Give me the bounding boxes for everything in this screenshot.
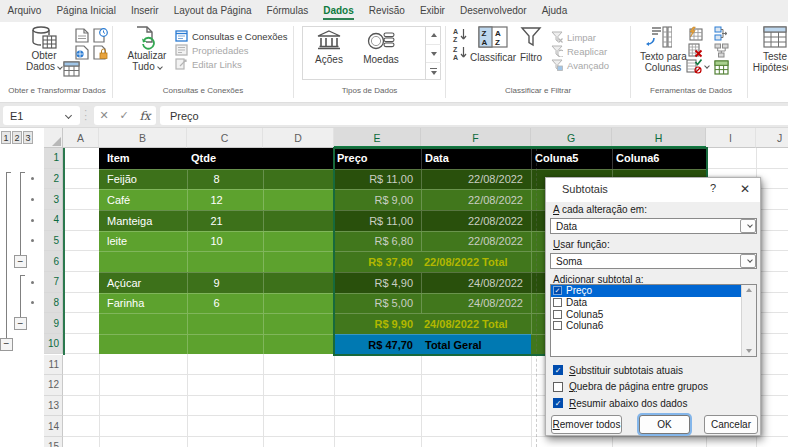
conexoes-existentes-button[interactable]: [75, 45, 91, 60]
tab-arquivo[interactable]: Arquivo: [0, 0, 49, 22]
row-header-11[interactable]: 11: [44, 355, 63, 376]
moedas-button[interactable]: Moedas: [358, 30, 404, 87]
remover-todos-button[interactable]: Remover todos: [551, 415, 622, 434]
acoes-button[interactable]: Ações: [307, 30, 351, 87]
cell-D5[interactable]: [263, 231, 334, 252]
row-header-8[interactable]: 8: [44, 293, 63, 314]
dialog-checkbox-2[interactable]: ✓Resumir abaixo dos dados: [553, 397, 687, 409]
row-header-2[interactable]: 2: [44, 169, 63, 190]
subtotal-list-item-coluna5[interactable]: Coluna5: [551, 308, 756, 320]
col-header-I[interactable]: I: [706, 128, 756, 148]
field2-combo[interactable]: Soma: [550, 253, 757, 269]
cell-C9[interactable]: [187, 313, 263, 334]
row-header-5[interactable]: 5: [44, 231, 63, 252]
select-all-corner[interactable]: [44, 128, 63, 148]
subtotal-list-item-preço[interactable]: ✓Preço: [551, 285, 741, 297]
cell-C2[interactable]: 8: [187, 169, 263, 190]
row-header-7[interactable]: 7: [44, 272, 63, 293]
enter-icon[interactable]: ✓: [119, 109, 128, 122]
cell-C1[interactable]: Qtde: [187, 148, 263, 169]
gerenciar-modelo-button[interactable]: [714, 60, 730, 75]
dialog-checkbox-1[interactable]: Quebra de página entre grupos: [553, 381, 708, 393]
cell-B7[interactable]: Açúcar: [99, 272, 187, 293]
field1-combo[interactable]: Data: [550, 218, 757, 234]
gallery-more-button[interactable]: [426, 62, 441, 80]
row-header-13[interactable]: 13: [44, 396, 63, 417]
classificar-az-button[interactable]: AZ: [452, 27, 468, 42]
gallery-down-button[interactable]: [426, 44, 441, 62]
tab-exibir[interactable]: Exibir: [412, 0, 452, 22]
tab-layout-da-p-gina[interactable]: Layout da Página: [166, 0, 259, 22]
teste-hipoteses-button[interactable]: Teste Hipóteses: [750, 25, 788, 82]
tab-revis-o[interactable]: Revisão: [361, 0, 412, 22]
cell-B5[interactable]: leite: [99, 231, 187, 252]
row-header-4[interactable]: 4: [44, 210, 63, 231]
propriedades-button[interactable]: Propriedades: [175, 43, 249, 57]
cell-C7[interactable]: 9: [187, 272, 263, 293]
cell-B4[interactable]: Manteiga: [99, 210, 187, 231]
col-header-E[interactable]: E: [334, 128, 421, 148]
ok-button[interactable]: OK: [639, 415, 690, 434]
classificar-button[interactable]: ZA AZ Classificar: [470, 25, 516, 82]
cell-B2[interactable]: Feijão: [99, 169, 187, 190]
col-header-C[interactable]: C: [187, 128, 263, 148]
fontes-recentes-button[interactable]: [93, 28, 109, 43]
cell-B1[interactable]: Item: [99, 148, 187, 169]
row-header-10[interactable]: 10: [44, 334, 63, 355]
filtro-button[interactable]: Filtro: [513, 25, 549, 82]
row-header-12[interactable]: 12: [44, 375, 63, 396]
outline-level-3-button[interactable]: 3: [23, 131, 33, 144]
formula-input[interactable]: Preço: [160, 106, 788, 125]
col-header-H[interactable]: H: [612, 128, 706, 148]
de-tabela-button[interactable]: [63, 61, 81, 78]
atualizar-tudo-button[interactable]: Atualizar Tudo: [124, 25, 170, 82]
tab-f-rmulas[interactable]: Fórmulas: [259, 0, 316, 22]
fonte-dados-button[interactable]: [93, 45, 109, 60]
cell-C5[interactable]: 10: [187, 231, 263, 252]
cell-C4[interactable]: 21: [187, 210, 263, 231]
close-icon[interactable]: ✕: [737, 182, 753, 198]
subtotal-list-item-data[interactable]: Data: [551, 297, 756, 309]
row-header-14[interactable]: 14: [44, 416, 63, 437]
outline-level-2-button[interactable]: 2: [12, 131, 22, 144]
row-header-9[interactable]: 9: [44, 313, 63, 334]
limpar-button[interactable]: Limpar: [551, 30, 596, 44]
relacoes-button[interactable]: [714, 43, 730, 58]
consultas-conexoes-button[interactable]: Consultas e Conexões: [175, 29, 288, 43]
cancelar-button[interactable]: Cancelar: [704, 415, 758, 434]
fx-icon[interactable]: fx: [139, 109, 150, 123]
avancado-button[interactable]: Avançado: [551, 58, 609, 72]
cell-D6[interactable]: [263, 251, 334, 272]
obter-dados-button[interactable]: Obter Dados: [22, 25, 66, 82]
col-header-A[interactable]: A: [63, 128, 99, 148]
cell-B8[interactable]: Farinha: [99, 293, 187, 314]
row-header-15[interactable]: 15: [44, 437, 63, 447]
dialog-checkbox-0[interactable]: ✓Substituir subtotais atuais: [553, 364, 683, 376]
col-header-B[interactable]: B: [99, 128, 187, 148]
cell-D3[interactable]: [263, 189, 334, 210]
gallery-up-button[interactable]: [426, 26, 441, 44]
cell-D7[interactable]: [263, 272, 334, 293]
collapse-group-button[interactable]: −: [14, 317, 27, 330]
name-box[interactable]: E1: [3, 106, 80, 125]
collapse-group-button[interactable]: −: [0, 338, 13, 351]
outline-level-1-button[interactable]: 1: [1, 131, 11, 144]
reaplicar-button[interactable]: Reaplicar: [551, 44, 607, 58]
texto-colunas-button[interactable]: Texto para Colunas: [640, 25, 686, 82]
nova-consulta-texto-button[interactable]: [75, 28, 91, 43]
collapse-group-button[interactable]: −: [14, 255, 27, 268]
listbox-scrollbar[interactable]: [741, 285, 756, 356]
col-header-D[interactable]: D: [263, 128, 334, 148]
tab-dados[interactable]: Dados: [316, 0, 362, 22]
cell-C10[interactable]: [187, 334, 263, 355]
cell-D4[interactable]: [263, 210, 334, 231]
cancel-icon[interactable]: ✕: [99, 109, 108, 122]
combo-arrow-button[interactable]: [740, 219, 756, 233]
cell-C8[interactable]: 6: [187, 293, 263, 314]
validacao-dados-button[interactable]: [686, 59, 709, 73]
tab-p-gina-inicial[interactable]: Página Inicial: [49, 0, 123, 22]
classificar-za-button[interactable]: ZA: [452, 45, 468, 60]
tab-desenvolvedor[interactable]: Desenvolvedor: [452, 0, 534, 22]
cell-B10[interactable]: [99, 334, 187, 355]
cell-B9[interactable]: [99, 313, 187, 334]
